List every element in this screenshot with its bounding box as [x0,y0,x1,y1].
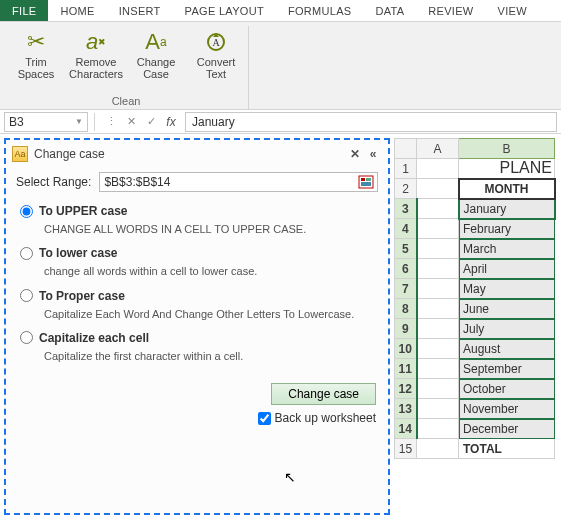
opt-capitalize-title: Capitalize each cell [39,331,149,345]
cell-a5[interactable] [417,239,459,259]
cell-a13[interactable] [417,399,459,419]
row-header[interactable]: 12 [395,379,417,399]
cell-b6[interactable]: April [459,259,555,279]
cell-a11[interactable] [417,359,459,379]
opt-proper-radio[interactable] [20,289,33,302]
cell-b2[interactable]: MONTH [459,179,555,199]
tab-review[interactable]: REVIEW [416,0,485,21]
chevron-down-icon: ▼ [75,117,83,126]
select-all-corner[interactable] [395,139,417,159]
formula-dropdown-icon[interactable]: ⋮ [101,115,121,128]
range-input[interactable]: $B$3:$B$14 [99,172,378,192]
row-header[interactable]: 6 [395,259,417,279]
tab-data[interactable]: DATA [363,0,416,21]
cell-b15[interactable]: TOTAL [459,439,555,459]
tab-home[interactable]: HOME [48,0,106,21]
opt-proper[interactable]: To Proper case [20,289,378,303]
cell-b12[interactable]: October [459,379,555,399]
cell-a8[interactable] [417,299,459,319]
row-header[interactable]: 2 [395,179,417,199]
cell-b5[interactable]: March [459,239,555,259]
opt-lower-radio[interactable] [20,247,33,260]
fx-icon[interactable]: fx [161,115,181,129]
change-case-icon: Aa [145,28,166,56]
cell-a6[interactable] [417,259,459,279]
opt-upper[interactable]: To UPPER case [20,204,378,218]
cell-a14[interactable] [417,419,459,439]
convert-text-label: Convert Text [190,56,242,80]
cell-b14[interactable]: December [459,419,555,439]
close-icon[interactable]: ✕ [346,147,364,161]
remove-chars-label: Remove Characters [69,56,123,80]
row-header[interactable]: 9 [395,319,417,339]
row-header[interactable]: 1 [395,159,417,179]
row-header[interactable]: 13 [395,399,417,419]
change-case-button[interactable]: Aa Change Case [130,28,182,80]
tab-insert[interactable]: INSERT [107,0,173,21]
tab-formulas[interactable]: FORMULAS [276,0,364,21]
row-header[interactable]: 5 [395,239,417,259]
remove-characters-button[interactable]: a✖ Remove Characters [70,28,122,80]
cell-a9[interactable] [417,319,459,339]
row-header[interactable]: 10 [395,339,417,359]
cancel-formula-icon[interactable]: ✕ [121,115,141,128]
cell-a1[interactable] [417,159,459,179]
row-header[interactable]: 3 [395,199,417,219]
cell-b7[interactable]: May [459,279,555,299]
row-header[interactable]: 4 [395,219,417,239]
row-header[interactable]: 8 [395,299,417,319]
col-header-a[interactable]: A [417,139,459,159]
cell-a2[interactable] [417,179,459,199]
tab-view[interactable]: VIEW [486,0,539,21]
cell-b9[interactable]: July [459,319,555,339]
formula-input[interactable]: January [185,112,557,132]
cell-b11[interactable]: September [459,359,555,379]
accept-formula-icon[interactable]: ✓ [141,115,161,128]
tab-page-layout[interactable]: PAGE LAYOUT [173,0,276,21]
opt-proper-desc: Capitalize Each Word And Change Other Le… [44,307,378,321]
col-header-b[interactable]: B [459,139,555,159]
cell-a10[interactable] [417,339,459,359]
trim-spaces-button[interactable]: ✂ Trim Spaces [10,28,62,80]
change-case-pane: Aa Change case ✕ « Select Range: $B$3:$B… [4,138,390,515]
cell-a15[interactable] [417,439,459,459]
row-header[interactable]: 7 [395,279,417,299]
svg-rect-4 [366,178,371,181]
opt-lower-desc: change all words within a cell to lower … [44,264,378,278]
opt-capitalize-desc: Capitalize the first character within a … [44,349,378,363]
cell-b3[interactable]: January [459,199,555,219]
row-header[interactable]: 15 [395,439,417,459]
opt-upper-radio[interactable] [20,205,33,218]
formula-value: January [192,115,235,129]
backup-checkbox[interactable] [258,412,271,425]
cell-b4[interactable]: February [459,219,555,239]
change-case-label: Change Case [130,56,182,80]
row-header[interactable]: 11 [395,359,417,379]
range-picker-icon[interactable] [357,174,375,190]
change-case-apply-button[interactable]: Change case [271,383,376,405]
opt-lower[interactable]: To lower case [20,246,378,260]
name-box[interactable]: B3 ▼ [4,112,88,132]
opt-capitalize-radio[interactable] [20,331,33,344]
cell-a3[interactable] [417,199,459,219]
cell-b1[interactable]: PLANE [459,159,555,179]
cell-b13[interactable]: November [459,399,555,419]
backup-checkbox-label[interactable]: Back up worksheet [258,411,376,425]
cell-b10[interactable]: August [459,339,555,359]
cell-b8[interactable]: June [459,299,555,319]
ribbon-group-clean: ✂ Trim Spaces a✖ Remove Characters Aa Ch… [4,26,249,109]
opt-capitalize[interactable]: Capitalize each cell [20,331,378,345]
cell-a12[interactable] [417,379,459,399]
cell-a4[interactable] [417,219,459,239]
pane-title: Change case [34,147,105,161]
trim-spaces-label: Trim Spaces [10,56,62,80]
collapse-icon[interactable]: « [364,147,382,161]
scissors-icon: ✂ [27,28,45,56]
convert-text-button[interactable]: A Convert Text [190,28,242,80]
svg-rect-3 [361,178,365,181]
opt-lower-title: To lower case [39,246,117,260]
name-box-value: B3 [9,115,24,129]
cell-a7[interactable] [417,279,459,299]
row-header[interactable]: 14 [395,419,417,439]
tab-file[interactable]: FILE [0,0,48,21]
